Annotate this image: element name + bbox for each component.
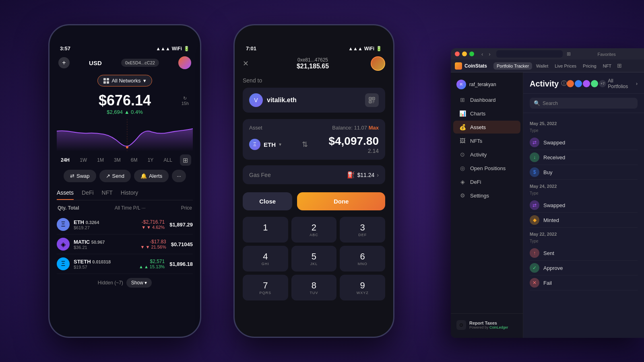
activity-received-1[interactable]: ↓ Received [530, 150, 638, 165]
report-taxes-item[interactable]: ⊙ Report Taxes Powered by CoinLedger [451, 317, 523, 333]
browser-url-bar[interactable] [496, 50, 563, 58]
minimize-traffic-light[interactable] [462, 51, 467, 56]
matic-icon: ◈ [57, 238, 70, 251]
sidebar-item-defi[interactable]: ◈ DeFi [453, 175, 520, 188]
asset-list-header: Qty. Total All Time P/L ··· Price [57, 205, 193, 211]
search-input-wrap[interactable]: 🔍 Search [530, 98, 638, 109]
asset-select-box: Asset Balance: 11.07 Max Ξ ETH ▾ ⇅ [243, 119, 385, 160]
num-key-6[interactable]: 6 MNO [340, 246, 385, 272]
swap-direction-icon[interactable]: ⇅ [302, 140, 308, 149]
wallet-address[interactable]: 0xE5D4...cC22 [121, 59, 159, 67]
close-button[interactable]: Close [243, 192, 292, 210]
num-key-1[interactable]: 1 [243, 217, 288, 243]
sidebar-item-settings[interactable]: ⚙ Settings [453, 189, 520, 202]
refresh-button[interactable]: ↻15h [182, 96, 189, 106]
tab-1w[interactable]: 1W [77, 156, 89, 164]
send-actions: Close Done [243, 192, 385, 210]
tab-wallet[interactable]: Wallet [534, 62, 551, 70]
sidebar-item-activity[interactable]: ⊙ Activity [453, 148, 520, 161]
activity-fail-1[interactable]: ✕ Fail [530, 276, 638, 290]
swap-button[interactable]: ⇄ Swap [64, 170, 96, 182]
tab-pricing[interactable]: Pricing [580, 62, 599, 70]
search-input[interactable]: Search [543, 101, 634, 106]
close-icon[interactable]: ✕ [243, 59, 255, 68]
fullscreen-traffic-light[interactable] [469, 51, 474, 56]
portfolios-row[interactable]: +7 All Portfolios › [567, 78, 638, 89]
more-nav-icon[interactable]: ⊞ [617, 62, 622, 70]
svg-rect-9 [374, 101, 375, 101]
tab-1m[interactable]: 1M [95, 156, 106, 164]
tab-24h[interactable]: 24H [58, 156, 72, 164]
browser-body: R raf_terakyan ⊞ Dashboard 📊 Charts 💰 As… [451, 72, 644, 338]
tab-portfolio-tracker[interactable]: Portfolio Tracker [493, 62, 532, 70]
done-button[interactable]: Done [297, 192, 385, 210]
send-button[interactable]: ↗ Send [99, 170, 131, 182]
browser-menu-icon[interactable]: ⊞ [567, 51, 571, 57]
asset-row-steth[interactable]: Ξ STETH 0.010318 $19.57 $2,571 ▲ ▲ 15.13… [57, 254, 193, 274]
activity-buy-1[interactable]: $ Buy [530, 165, 638, 180]
user-avatar-left[interactable] [178, 56, 191, 69]
asset-row-matic[interactable]: ◈ MATIC 50.967 $36.21 -$17.83 ▼ ▼ 21.56%… [57, 234, 193, 254]
tab-nft[interactable]: NFT [102, 186, 113, 200]
type-label-24: Type [530, 191, 638, 195]
app-header-left: + USD 0xE5D4...cC22 [57, 56, 193, 69]
num-key-7[interactable]: 7 PQRS [243, 275, 288, 300]
sidebar-bottom: ⊙ Report Taxes Powered by CoinLedger [451, 313, 523, 333]
tab-defi[interactable]: DeFi [82, 186, 94, 200]
chart-type-button[interactable]: ⊞ [180, 154, 191, 166]
add-button[interactable]: + [58, 57, 70, 68]
activity-sent-1[interactable]: ↑ Sent [530, 246, 638, 261]
asset-selector[interactable]: Ξ ETH ▾ [249, 139, 281, 150]
num-key-8[interactable]: 8 TUV [291, 275, 337, 300]
amount-display: $4,097.80 2.14 [328, 135, 379, 154]
activity-swapped-2[interactable]: ⇄ Swapped [530, 198, 638, 213]
tab-1y[interactable]: 1Y [145, 156, 156, 164]
qr-icon[interactable] [365, 93, 379, 107]
action-buttons: ⇄ Swap ↗ Send 🔔 Alerts ··· [57, 170, 193, 182]
tab-live-prices[interactable]: Live Prices [552, 62, 579, 70]
svg-rect-10 [373, 102, 374, 103]
alerts-button[interactable]: 🔔 Alerts [134, 170, 169, 182]
tab-nft[interactable]: NFT [601, 62, 614, 70]
svg-rect-5 [370, 98, 371, 99]
chevron-right-icon: › [377, 172, 379, 178]
steth-icon: Ξ [57, 257, 70, 270]
num-key-4[interactable]: 4 GHI [243, 246, 288, 272]
type-label-25: Type [530, 128, 638, 133]
tab-all[interactable]: ALL [161, 156, 174, 164]
app-sidebar: R raf_terakyan ⊞ Dashboard 📊 Charts 💰 As… [451, 72, 523, 338]
activity-approve-1[interactable]: ✓ Approve [530, 261, 638, 276]
info-icon[interactable]: ⓘ [561, 80, 567, 87]
fail-label-1: Fail [543, 280, 552, 286]
close-traffic-light[interactable] [455, 51, 460, 56]
sidebar-item-nfts[interactable]: 🖼 NFTs [453, 134, 520, 147]
tab-3m[interactable]: 3M [111, 156, 123, 164]
num-key-9[interactable]: 9 WXYZ [340, 275, 385, 300]
num-key-2[interactable]: 2 ABC [291, 217, 337, 243]
network-button[interactable]: All Networks ▾ [97, 75, 152, 86]
more-button[interactable]: ··· [172, 170, 186, 182]
max-button[interactable]: Max [369, 125, 379, 131]
forward-button[interactable]: › [487, 50, 492, 58]
recipient-box[interactable]: V vitalik.eth [243, 88, 385, 113]
phone-shell-left: 3:57 ▲▲▲ WiFi 🔋 + USD 0xE5D4...cC22 [48, 24, 201, 338]
minted-icon-1: ◆ [530, 215, 539, 225]
phone-left: 3:57 ▲▲▲ WiFi 🔋 + USD 0xE5D4...cC22 [48, 24, 201, 338]
num-key-5[interactable]: 5 JKL [291, 246, 337, 272]
tab-history[interactable]: History [121, 186, 138, 200]
tab-assets[interactable]: Assets [57, 186, 74, 200]
back-button[interactable]: ‹ [480, 50, 485, 58]
show-hidden-button[interactable]: Show ▾ [126, 278, 152, 288]
activity-swapped-1[interactable]: ⇄ Swapped [530, 135, 638, 150]
approve-icon-1: ✓ [530, 263, 539, 273]
num-key-3[interactable]: 3 DEF [340, 217, 385, 243]
sidebar-item-open-positions[interactable]: ◎ Open Positions [453, 162, 520, 175]
sidebar-item-charts[interactable]: 📊 Charts [453, 107, 520, 120]
tab-6m[interactable]: 6M [128, 156, 140, 164]
activity-icon: ⊙ [459, 151, 466, 158]
asset-row-eth[interactable]: Ξ ETH 0.3264 $619.27 -$2,716.71 ▼ ▼ 4.62… [57, 215, 193, 234]
sidebar-item-dashboard[interactable]: ⊞ Dashboard [453, 93, 520, 106]
activity-minted-1[interactable]: ◆ Minted [530, 213, 638, 228]
sidebar-item-assets[interactable]: 💰 Assets [453, 121, 520, 134]
tax-icon: ⊙ [456, 320, 466, 330]
